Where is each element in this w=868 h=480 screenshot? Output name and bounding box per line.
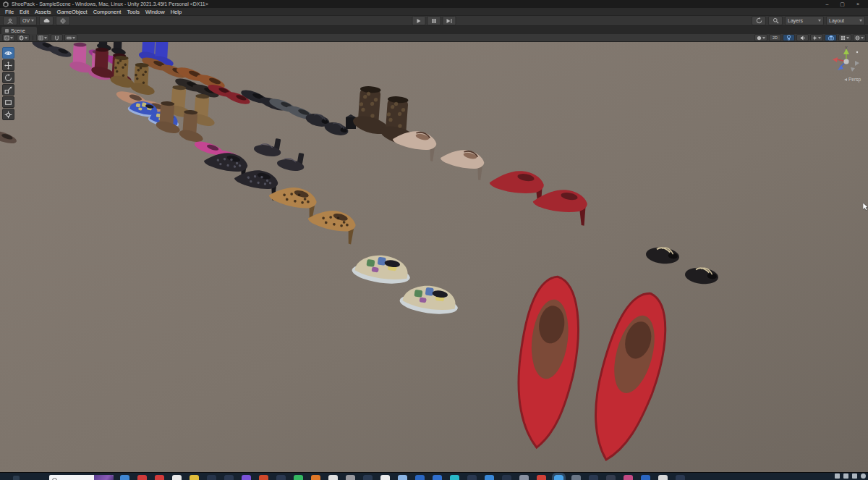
taskbar-app-icon[interactable] (676, 475, 685, 480)
menu-item[interactable]: Component (90, 9, 124, 15)
taskbar-app-icon[interactable] (450, 475, 459, 480)
projection-toggle[interactable]: Persp (844, 77, 861, 82)
title-bar[interactable]: ShoePack - SampleScene - Windows, Mac, L… (0, 0, 868, 8)
taskbar-app-icon[interactable] (172, 475, 182, 480)
camera-settings-button[interactable] (825, 34, 837, 41)
transform-tool-button[interactable] (2, 109, 14, 120)
scale-tool-button[interactable] (2, 84, 14, 96)
black-mule-sandals[interactable] (305, 111, 350, 138)
menu-item[interactable]: Window (142, 9, 168, 15)
menu-item[interactable]: Assets (32, 9, 54, 15)
taskbar-app-icon[interactable] (641, 475, 650, 480)
menu-item[interactable]: Tools (124, 9, 142, 15)
start-button-icon[interactable] (13, 476, 20, 480)
move-tool-button[interactable] (2, 59, 14, 71)
black-gold-mules[interactable] (645, 245, 719, 285)
scene-viewport[interactable]: Y Persp (0, 42, 868, 472)
grid-snap-toggle[interactable] (51, 34, 63, 41)
tray-icon[interactable] (843, 473, 848, 479)
cloud-button[interactable] (39, 16, 54, 25)
account-dropdown[interactable]: OV (20, 16, 37, 25)
rotate-tool-button[interactable] (2, 72, 14, 83)
2d-toggle[interactable]: 2D (769, 34, 781, 41)
pivot-rotation-dropdown[interactable] (17, 34, 30, 41)
effects-dropdown[interactable] (810, 34, 823, 41)
taskbar-app-icon[interactable] (207, 475, 216, 480)
step-button[interactable] (443, 16, 456, 25)
gizmos-dropdown[interactable] (853, 34, 866, 41)
taskbar-app-icon[interactable] (120, 475, 129, 480)
pause-button[interactable] (427, 16, 441, 25)
taskbar-app-icon[interactable] (467, 475, 477, 480)
taskbar-app-icon[interactable] (398, 475, 407, 480)
close-button[interactable]: × (856, 0, 859, 8)
graffiti-slipon-sneakers[interactable] (351, 251, 460, 317)
tray-icon[interactable] (852, 473, 857, 479)
draw-mode-dropdown[interactable] (754, 34, 767, 41)
search-button[interactable] (768, 16, 783, 25)
taskbar-app-icon[interactable] (658, 475, 668, 480)
red-platform-pumps[interactable] (509, 274, 678, 468)
lighting-toggle[interactable] (783, 34, 795, 41)
taskbar-app-icon[interactable] (311, 475, 320, 480)
taskbar-app-icon[interactable] (415, 475, 425, 480)
taskbar-app-icon[interactable] (346, 475, 355, 480)
taskbar-app-icon[interactable] (606, 475, 616, 480)
tab-scene[interactable]: Scene (1, 27, 37, 34)
menu-item[interactable]: File (2, 9, 17, 15)
grid-dropdown[interactable] (838, 34, 851, 41)
menu-item[interactable]: Edit (17, 9, 32, 15)
audio-toggle[interactable] (796, 34, 809, 41)
taskbar-app-icon[interactable] (554, 475, 563, 480)
taskbar-app-icon[interactable] (380, 475, 390, 480)
black-suede-sandals[interactable] (253, 135, 307, 172)
taskbar-app-icon[interactable] (485, 475, 494, 480)
beige-peeptoe-heels[interactable] (390, 125, 487, 180)
taskbar-app-icon[interactable] (502, 475, 511, 480)
taskbar-app-icon[interactable] (190, 475, 199, 480)
leopard-slingback-heels[interactable] (265, 180, 359, 244)
cut-shoe-left-edge[interactable] (0, 129, 18, 146)
red-stiletto-pumps[interactable] (487, 166, 590, 226)
taskbar-app-icon[interactable] (137, 475, 147, 480)
maximize-button[interactable]: ▢ (840, 0, 845, 8)
taskbar-search[interactable] (49, 475, 114, 480)
tray-icon[interactable] (861, 473, 866, 479)
undo-history-button[interactable] (752, 16, 766, 25)
settings-button[interactable] (56, 16, 70, 25)
system-tray[interactable]: 12:17 (835, 473, 866, 480)
2d-label: 2D (773, 35, 778, 40)
taskbar-app-icon[interactable] (294, 475, 303, 480)
minimize-button[interactable]: – (825, 0, 828, 8)
taskbar-app-icon[interactable] (571, 475, 581, 480)
layers-dropdown[interactable]: Layers (785, 16, 824, 25)
scene-orientation-gizmo[interactable]: Y (830, 46, 862, 77)
taskbar-app-icon[interactable] (433, 475, 442, 480)
taskbar-app-icon[interactable] (363, 475, 373, 480)
pivot-mode-dropdown[interactable] (2, 34, 15, 41)
taskbar-app-icon[interactable] (242, 475, 251, 480)
increment-snap-dropdown[interactable] (64, 34, 77, 41)
taskbar-app-icon[interactable] (155, 475, 164, 480)
tray-icon[interactable] (835, 473, 840, 479)
menu-item[interactable]: GameObject (54, 9, 90, 15)
taskbar-app-icon[interactable] (589, 475, 598, 480)
dark-sneakers[interactable] (31, 42, 72, 59)
menu-item[interactable]: Help (168, 9, 184, 15)
taskbar-app-icon[interactable] (328, 475, 338, 480)
taskbar-app-icon[interactable] (224, 475, 234, 480)
taskbar-app-icon[interactable] (537, 475, 546, 480)
effects-star-icon (812, 35, 817, 41)
scene-view-toolbar: 2D (0, 34, 868, 42)
taskbar-app-icon[interactable] (624, 475, 633, 480)
taskbar-app-icon[interactable] (259, 475, 268, 480)
taskbar-app-icon[interactable] (276, 475, 286, 480)
taskbar[interactable]: 12:17 (0, 472, 868, 480)
taskbar-app-icon[interactable] (519, 475, 529, 480)
rect-tool-button[interactable] (2, 96, 14, 108)
grid-visibility-dropdown[interactable] (36, 34, 49, 41)
layout-dropdown[interactable]: Layout (826, 16, 865, 25)
play-button[interactable] (412, 16, 426, 25)
view-tool-button[interactable] (2, 47, 14, 59)
account-button[interactable] (3, 16, 17, 25)
